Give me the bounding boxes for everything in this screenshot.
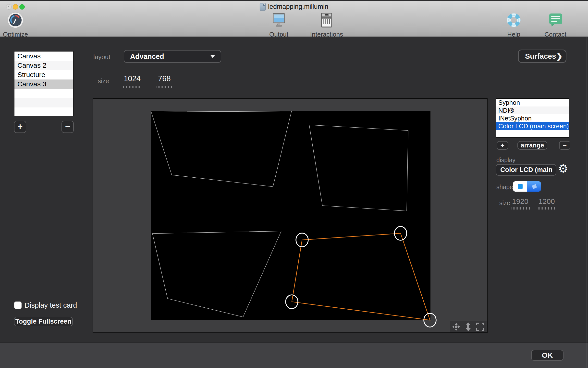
surfaces-button-label: Surfaces — [525, 52, 556, 60]
add-output-button[interactable]: + — [497, 141, 508, 150]
shape-rectangle-option[interactable] — [513, 181, 527, 192]
display-select-value: Color LCD (main screen) — [500, 166, 552, 174]
chevron-right-icon: ❯ — [556, 52, 563, 61]
interactions-label: Interactions — [305, 31, 349, 38]
millumin-window: ledmapping.millumin Optimize — [0, 0, 588, 368]
canvas-height-field[interactable]: 768 — [158, 74, 171, 83]
list-item — [14, 98, 73, 107]
canvas-width-ruler[interactable] — [123, 86, 142, 88]
canvas-size-label: size — [98, 77, 109, 85]
window-title-group: ledmapping.millumin — [260, 3, 328, 11]
surface-outline[interactable] — [152, 231, 281, 317]
canvas-list: CanvasCanvas 2StructureCanvas 3 — [14, 51, 74, 116]
canvas-height-ruler[interactable] — [157, 86, 174, 88]
toolbar-item-interactions[interactable]: Interactions — [305, 12, 349, 38]
titlebar-toolbar: ledmapping.millumin Optimize — [0, 0, 588, 37]
shape-label: shape — [496, 184, 513, 191]
minimize-button[interactable] — [13, 4, 18, 10]
list-item[interactable]: INetSyphon — [496, 114, 569, 122]
shape-segmented-control — [513, 181, 541, 192]
display-select[interactable]: Color LCD (main screen) — [496, 164, 556, 176]
toolbar-item-optimize[interactable]: Optimize — [0, 12, 37, 38]
remove-canvas-button[interactable]: − — [61, 121, 74, 133]
display-label: display — [496, 157, 515, 164]
list-item[interactable]: Canvas — [14, 52, 73, 61]
list-item — [496, 130, 569, 138]
bottom-bar: OK — [0, 342, 588, 368]
list-item[interactable]: NDI® — [496, 106, 569, 114]
gear-icon[interactable]: ⚙ — [558, 163, 568, 174]
chevron-down-icon — [210, 55, 215, 58]
vertical-arrow-icon[interactable] — [464, 322, 472, 331]
add-canvas-button[interactable]: + — [14, 121, 26, 133]
shape-freeform-option[interactable] — [527, 181, 541, 192]
surface-outline[interactable] — [309, 125, 408, 211]
interactions-keyboard-icon — [305, 12, 349, 29]
window-title: ledmapping.millumin — [268, 3, 328, 11]
list-item[interactable]: Structure — [14, 70, 73, 79]
display-height-ruler — [538, 207, 556, 210]
toolbar-item-output[interactable]: Output — [257, 12, 301, 38]
layout-select-value: Advanced — [130, 53, 164, 61]
list-item[interactable]: Canvas 2 — [14, 61, 73, 70]
output-monitor-icon — [257, 12, 301, 29]
layout-select[interactable]: Advanced — [124, 50, 221, 63]
help-lifering-icon — [492, 12, 536, 29]
fullscreen-icon[interactable] — [476, 322, 485, 331]
outputs-list: SyphonNDI®INetSyphonColor LCD (main scre… — [496, 98, 569, 138]
remove-output-button[interactable]: − — [559, 141, 570, 150]
optimize-gauge-icon — [0, 12, 37, 29]
canvas-width-field[interactable]: 1024 — [124, 74, 141, 83]
right-edge-line — [586, 37, 587, 368]
ok-button[interactable]: OK — [531, 350, 564, 361]
list-item[interactable]: Syphon — [496, 99, 569, 106]
surface-outline[interactable] — [151, 111, 292, 187]
list-item — [14, 89, 73, 98]
mapping-stage[interactable] — [93, 98, 488, 333]
test-card-checkbox[interactable] — [14, 302, 22, 309]
pan-move-icon[interactable] — [452, 323, 461, 331]
display-height-field: 1200 — [539, 197, 555, 206]
list-item[interactable]: Color LCD (main screen) — [496, 122, 569, 130]
close-button[interactable] — [6, 4, 12, 10]
contact-label: Contact — [533, 31, 577, 38]
stage-tools — [450, 321, 487, 332]
display-width-ruler — [512, 207, 530, 210]
toolbar-item-help[interactable]: Help — [492, 12, 536, 38]
layout-label: layout — [93, 53, 110, 61]
contact-bubble-icon — [533, 12, 577, 29]
display-size-label: size — [499, 199, 510, 207]
surfaces-button[interactable]: Surfaces ❯ — [518, 50, 566, 63]
display-width-field: 1920 — [512, 197, 528, 206]
document-icon — [260, 3, 266, 11]
list-item[interactable]: Canvas 3 — [14, 79, 73, 89]
test-card-label: Display test card — [24, 301, 77, 309]
toolbar-item-contact[interactable]: Contact — [533, 12, 577, 38]
mapping-svg — [93, 99, 487, 332]
optimize-label: Optimize — [0, 31, 37, 38]
freeform-quad-icon — [530, 183, 538, 190]
arrange-button[interactable]: arrange — [517, 141, 547, 150]
help-label: Help — [492, 31, 536, 38]
zoom-button[interactable] — [19, 4, 25, 10]
output-label: Output — [257, 31, 301, 38]
selected-surface-outline[interactable] — [292, 233, 430, 320]
list-item — [14, 107, 73, 116]
toggle-fullscreen-button[interactable]: Toggle Fullscreen — [14, 317, 73, 326]
rectangle-icon — [518, 184, 523, 189]
